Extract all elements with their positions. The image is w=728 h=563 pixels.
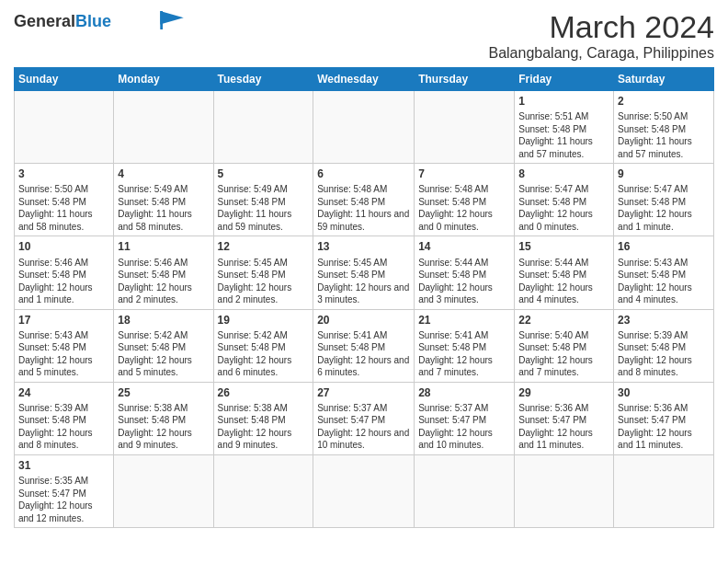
calendar-cell: 10Sunrise: 5:46 AM Sunset: 5:48 PM Dayli… bbox=[15, 236, 114, 309]
location-title: Balangbalang, Caraga, Philippines bbox=[488, 45, 714, 62]
day-number: 23 bbox=[618, 313, 710, 327]
day-info: Sunrise: 5:44 AM Sunset: 5:48 PM Dayligh… bbox=[518, 257, 609, 306]
calendar-cell: 31Sunrise: 5:35 AM Sunset: 5:47 PM Dayli… bbox=[15, 454, 114, 527]
calendar-cell: 6Sunrise: 5:48 AM Sunset: 5:48 PM Daylig… bbox=[313, 164, 415, 236]
day-number: 6 bbox=[317, 167, 410, 181]
weekday-header-saturday: Saturday bbox=[614, 68, 714, 91]
calendar-cell: 26Sunrise: 5:38 AM Sunset: 5:48 PM Dayli… bbox=[213, 382, 313, 454]
day-number: 2 bbox=[618, 94, 710, 109]
day-info: Sunrise: 5:48 AM Sunset: 5:48 PM Dayligh… bbox=[418, 183, 510, 233]
day-number: 20 bbox=[317, 313, 410, 327]
calendar-cell: 18Sunrise: 5:42 AM Sunset: 5:48 PM Dayli… bbox=[114, 309, 213, 382]
calendar-cell: 3Sunrise: 5:50 AM Sunset: 5:48 PM Daylig… bbox=[15, 164, 114, 236]
calendar-cell: 5Sunrise: 5:49 AM Sunset: 5:48 PM Daylig… bbox=[213, 164, 313, 236]
calendar-cell: 1Sunrise: 5:51 AM Sunset: 5:48 PM Daylig… bbox=[515, 91, 614, 164]
calendar-cell: 17Sunrise: 5:43 AM Sunset: 5:48 PM Dayli… bbox=[15, 309, 114, 382]
calendar-cell: 11Sunrise: 5:46 AM Sunset: 5:48 PM Dayli… bbox=[114, 236, 213, 309]
day-number: 14 bbox=[418, 239, 510, 254]
logo-general-label: General bbox=[14, 12, 75, 30]
day-number: 16 bbox=[618, 239, 710, 254]
svg-marker-0 bbox=[160, 11, 183, 25]
day-number: 10 bbox=[18, 239, 109, 254]
svg-rect-1 bbox=[160, 11, 163, 29]
calendar-cell bbox=[15, 91, 114, 164]
calendar-cell: 19Sunrise: 5:42 AM Sunset: 5:48 PM Dayli… bbox=[213, 309, 313, 382]
calendar-cell bbox=[415, 91, 515, 164]
day-number: 9 bbox=[618, 167, 710, 181]
day-info: Sunrise: 5:46 AM Sunset: 5:48 PM Dayligh… bbox=[118, 257, 209, 306]
calendar-cell: 21Sunrise: 5:41 AM Sunset: 5:48 PM Dayli… bbox=[415, 309, 515, 382]
calendar-week-row: 1Sunrise: 5:51 AM Sunset: 5:48 PM Daylig… bbox=[15, 91, 714, 164]
day-info: Sunrise: 5:39 AM Sunset: 5:48 PM Dayligh… bbox=[18, 402, 109, 452]
calendar-cell bbox=[313, 454, 415, 527]
month-title: March 2024 bbox=[488, 9, 714, 45]
calendar-week-row: 17Sunrise: 5:43 AM Sunset: 5:48 PM Dayli… bbox=[15, 309, 714, 382]
day-info: Sunrise: 5:36 AM Sunset: 5:47 PM Dayligh… bbox=[618, 402, 710, 452]
calendar-cell: 7Sunrise: 5:48 AM Sunset: 5:48 PM Daylig… bbox=[415, 164, 515, 236]
calendar-cell: 14Sunrise: 5:44 AM Sunset: 5:48 PM Dayli… bbox=[415, 236, 515, 309]
day-info: Sunrise: 5:45 AM Sunset: 5:48 PM Dayligh… bbox=[218, 257, 310, 306]
weekday-header-friday: Friday bbox=[515, 68, 614, 91]
calendar-cell: 23Sunrise: 5:39 AM Sunset: 5:48 PM Dayli… bbox=[614, 309, 714, 382]
day-number: 19 bbox=[218, 313, 310, 327]
calendar-header: SundayMondayTuesdayWednesdayThursdayFrid… bbox=[15, 68, 714, 91]
calendar-cell: 2Sunrise: 5:50 AM Sunset: 5:48 PM Daylig… bbox=[614, 91, 714, 164]
day-info: Sunrise: 5:37 AM Sunset: 5:47 PM Dayligh… bbox=[418, 402, 510, 452]
day-info: Sunrise: 5:42 AM Sunset: 5:48 PM Dayligh… bbox=[218, 329, 310, 379]
calendar-cell bbox=[114, 454, 213, 527]
calendar-cell bbox=[614, 454, 714, 527]
day-info: Sunrise: 5:35 AM Sunset: 5:47 PM Dayligh… bbox=[18, 475, 109, 524]
day-number: 3 bbox=[18, 167, 109, 181]
day-number: 1 bbox=[518, 94, 609, 109]
calendar-cell: 30Sunrise: 5:36 AM Sunset: 5:47 PM Dayli… bbox=[614, 382, 714, 454]
day-number: 28 bbox=[418, 385, 510, 400]
weekday-header-row: SundayMondayTuesdayWednesdayThursdayFrid… bbox=[15, 68, 714, 91]
day-info: Sunrise: 5:42 AM Sunset: 5:48 PM Dayligh… bbox=[118, 329, 209, 379]
day-number: 15 bbox=[518, 239, 609, 254]
logo-icon bbox=[159, 11, 185, 29]
day-number: 25 bbox=[118, 385, 209, 400]
day-info: Sunrise: 5:50 AM Sunset: 5:48 PM Dayligh… bbox=[18, 183, 109, 233]
day-info: Sunrise: 5:41 AM Sunset: 5:48 PM Dayligh… bbox=[418, 329, 510, 379]
day-number: 26 bbox=[218, 385, 310, 400]
day-number: 8 bbox=[518, 167, 609, 181]
calendar-cell bbox=[213, 454, 313, 527]
day-number: 27 bbox=[317, 385, 410, 400]
calendar-week-row: 10Sunrise: 5:46 AM Sunset: 5:48 PM Dayli… bbox=[15, 236, 714, 309]
calendar-cell bbox=[415, 454, 515, 527]
calendar-cell: 16Sunrise: 5:43 AM Sunset: 5:48 PM Dayli… bbox=[614, 236, 714, 309]
calendar-cell: 12Sunrise: 5:45 AM Sunset: 5:48 PM Dayli… bbox=[213, 236, 313, 309]
day-number: 29 bbox=[518, 385, 609, 400]
day-info: Sunrise: 5:40 AM Sunset: 5:48 PM Dayligh… bbox=[518, 329, 609, 379]
day-info: Sunrise: 5:47 AM Sunset: 5:48 PM Dayligh… bbox=[518, 183, 609, 233]
day-number: 7 bbox=[418, 167, 510, 181]
day-info: Sunrise: 5:48 AM Sunset: 5:48 PM Dayligh… bbox=[317, 183, 410, 233]
calendar-cell: 13Sunrise: 5:45 AM Sunset: 5:48 PM Dayli… bbox=[313, 236, 415, 309]
day-number: 11 bbox=[118, 239, 209, 254]
day-info: Sunrise: 5:39 AM Sunset: 5:48 PM Dayligh… bbox=[618, 329, 710, 379]
calendar-cell: 9Sunrise: 5:47 AM Sunset: 5:48 PM Daylig… bbox=[614, 164, 714, 236]
calendar-cell: 24Sunrise: 5:39 AM Sunset: 5:48 PM Dayli… bbox=[15, 382, 114, 454]
day-number: 24 bbox=[18, 385, 109, 400]
day-info: Sunrise: 5:49 AM Sunset: 5:48 PM Dayligh… bbox=[118, 183, 209, 233]
day-info: Sunrise: 5:51 AM Sunset: 5:48 PM Dayligh… bbox=[518, 110, 609, 160]
day-number: 5 bbox=[218, 167, 310, 181]
weekday-header-wednesday: Wednesday bbox=[313, 68, 415, 91]
day-info: Sunrise: 5:45 AM Sunset: 5:48 PM Dayligh… bbox=[317, 257, 410, 306]
day-info: Sunrise: 5:43 AM Sunset: 5:48 PM Dayligh… bbox=[618, 257, 710, 306]
calendar-cell: 25Sunrise: 5:38 AM Sunset: 5:48 PM Dayli… bbox=[114, 382, 213, 454]
calendar-cell: 29Sunrise: 5:36 AM Sunset: 5:47 PM Dayli… bbox=[515, 382, 614, 454]
calendar-week-row: 24Sunrise: 5:39 AM Sunset: 5:48 PM Dayli… bbox=[15, 382, 714, 454]
calendar-cell: 20Sunrise: 5:41 AM Sunset: 5:48 PM Dayli… bbox=[313, 309, 415, 382]
calendar-cell bbox=[114, 91, 213, 164]
calendar-cell: 4Sunrise: 5:49 AM Sunset: 5:48 PM Daylig… bbox=[114, 164, 213, 236]
day-number: 30 bbox=[618, 385, 710, 400]
weekday-header-sunday: Sunday bbox=[15, 68, 114, 91]
logo-general-text: GeneralBlue bbox=[14, 13, 111, 29]
day-info: Sunrise: 5:36 AM Sunset: 5:47 PM Dayligh… bbox=[518, 402, 609, 452]
day-number: 31 bbox=[18, 458, 109, 473]
day-number: 12 bbox=[218, 239, 310, 254]
calendar-cell bbox=[313, 91, 415, 164]
calendar: SundayMondayTuesdayWednesdayThursdayFrid… bbox=[14, 67, 714, 528]
day-info: Sunrise: 5:37 AM Sunset: 5:47 PM Dayligh… bbox=[317, 402, 410, 452]
